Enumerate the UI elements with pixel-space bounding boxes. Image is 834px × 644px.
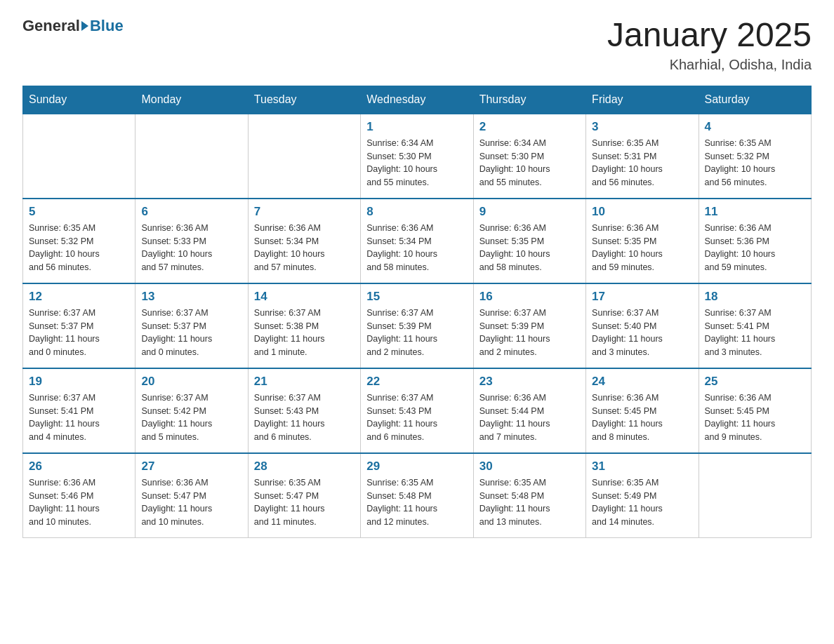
day-cell: 2Sunrise: 6:34 AM Sunset: 5:30 PM Daylig… [473, 114, 585, 199]
day-info: Sunrise: 6:36 AM Sunset: 5:36 PM Dayligh… [705, 222, 805, 274]
day-cell: 12Sunrise: 6:37 AM Sunset: 5:37 PM Dayli… [23, 283, 135, 368]
day-cell: 9Sunrise: 6:36 AM Sunset: 5:35 PM Daylig… [473, 199, 585, 283]
day-cell [699, 453, 811, 538]
day-number: 25 [705, 375, 805, 389]
day-cell: 29Sunrise: 6:35 AM Sunset: 5:48 PM Dayli… [361, 453, 473, 538]
logo-arrow-icon [81, 21, 88, 31]
day-number: 10 [592, 205, 692, 219]
month-title: January 2025 [607, 17, 812, 54]
day-info: Sunrise: 6:36 AM Sunset: 5:35 PM Dayligh… [479, 222, 580, 274]
day-info: Sunrise: 6:34 AM Sunset: 5:30 PM Dayligh… [366, 137, 467, 189]
day-cell: 5Sunrise: 6:35 AM Sunset: 5:32 PM Daylig… [23, 199, 135, 283]
day-number: 14 [254, 290, 355, 304]
day-number: 24 [592, 375, 692, 389]
day-number: 22 [366, 375, 467, 389]
day-info: Sunrise: 6:35 AM Sunset: 5:49 PM Dayligh… [592, 476, 692, 529]
day-number: 23 [479, 375, 580, 389]
day-info: Sunrise: 6:36 AM Sunset: 5:44 PM Dayligh… [479, 391, 580, 444]
day-number: 6 [141, 205, 241, 219]
day-cell: 13Sunrise: 6:37 AM Sunset: 5:37 PM Dayli… [135, 283, 248, 368]
day-info: Sunrise: 6:35 AM Sunset: 5:48 PM Dayligh… [366, 476, 467, 529]
day-number: 20 [141, 375, 241, 389]
location-label: Kharhial, Odisha, India [607, 57, 812, 73]
day-info: Sunrise: 6:35 AM Sunset: 5:47 PM Dayligh… [254, 476, 355, 529]
day-info: Sunrise: 6:35 AM Sunset: 5:32 PM Dayligh… [705, 137, 805, 189]
day-number: 16 [479, 290, 580, 304]
logo-blue-text: Blue [90, 17, 124, 35]
day-cell: 27Sunrise: 6:36 AM Sunset: 5:47 PM Dayli… [135, 453, 248, 538]
day-info: Sunrise: 6:36 AM Sunset: 5:33 PM Dayligh… [141, 222, 241, 274]
day-number: 7 [254, 205, 355, 219]
day-info: Sunrise: 6:37 AM Sunset: 5:41 PM Dayligh… [705, 307, 805, 359]
day-info: Sunrise: 6:36 AM Sunset: 5:34 PM Dayligh… [366, 222, 467, 274]
day-info: Sunrise: 6:36 AM Sunset: 5:34 PM Dayligh… [254, 222, 355, 274]
column-header-friday: Friday [586, 86, 699, 114]
column-header-monday: Monday [135, 86, 248, 114]
day-cell: 24Sunrise: 6:36 AM Sunset: 5:45 PM Dayli… [586, 368, 699, 453]
day-number: 11 [705, 205, 805, 219]
day-cell: 31Sunrise: 6:35 AM Sunset: 5:49 PM Dayli… [586, 453, 699, 538]
week-row-2: 5Sunrise: 6:35 AM Sunset: 5:32 PM Daylig… [23, 199, 812, 283]
day-info: Sunrise: 6:36 AM Sunset: 5:45 PM Dayligh… [705, 391, 805, 444]
day-info: Sunrise: 6:36 AM Sunset: 5:35 PM Dayligh… [592, 222, 692, 274]
day-info: Sunrise: 6:37 AM Sunset: 5:41 PM Dayligh… [29, 391, 129, 444]
day-number: 19 [29, 375, 129, 389]
column-header-thursday: Thursday [473, 86, 585, 114]
day-number: 2 [479, 120, 580, 134]
day-info: Sunrise: 6:37 AM Sunset: 5:39 PM Dayligh… [366, 307, 467, 359]
day-number: 15 [366, 290, 467, 304]
day-cell: 16Sunrise: 6:37 AM Sunset: 5:39 PM Dayli… [473, 283, 585, 368]
column-header-tuesday: Tuesday [248, 86, 360, 114]
column-header-saturday: Saturday [699, 86, 811, 114]
day-cell: 17Sunrise: 6:37 AM Sunset: 5:40 PM Dayli… [586, 283, 699, 368]
day-cell: 30Sunrise: 6:35 AM Sunset: 5:48 PM Dayli… [473, 453, 585, 538]
day-cell: 7Sunrise: 6:36 AM Sunset: 5:34 PM Daylig… [248, 199, 360, 283]
day-number: 26 [29, 459, 129, 474]
day-number: 8 [366, 205, 467, 219]
day-number: 29 [366, 459, 467, 474]
day-number: 5 [29, 205, 129, 219]
day-number: 21 [254, 375, 355, 389]
day-cell: 4Sunrise: 6:35 AM Sunset: 5:32 PM Daylig… [699, 114, 811, 199]
column-header-sunday: Sunday [23, 86, 135, 114]
day-cell: 8Sunrise: 6:36 AM Sunset: 5:34 PM Daylig… [361, 199, 473, 283]
calendar-table: SundayMondayTuesdayWednesdayThursdayFrid… [22, 86, 812, 538]
day-cell: 26Sunrise: 6:36 AM Sunset: 5:46 PM Dayli… [23, 453, 135, 538]
day-info: Sunrise: 6:36 AM Sunset: 5:46 PM Dayligh… [29, 476, 129, 529]
day-cell: 19Sunrise: 6:37 AM Sunset: 5:41 PM Dayli… [23, 368, 135, 453]
day-info: Sunrise: 6:34 AM Sunset: 5:30 PM Dayligh… [479, 137, 580, 189]
day-info: Sunrise: 6:37 AM Sunset: 5:39 PM Dayligh… [479, 307, 580, 359]
day-number: 9 [479, 205, 580, 219]
day-cell [135, 114, 248, 199]
day-cell [248, 114, 360, 199]
day-number: 18 [705, 290, 805, 304]
day-cell: 1Sunrise: 6:34 AM Sunset: 5:30 PM Daylig… [361, 114, 473, 199]
header-row: SundayMondayTuesdayWednesdayThursdayFrid… [23, 86, 812, 114]
day-cell: 15Sunrise: 6:37 AM Sunset: 5:39 PM Dayli… [361, 283, 473, 368]
day-cell: 22Sunrise: 6:37 AM Sunset: 5:43 PM Dayli… [361, 368, 473, 453]
day-number: 31 [592, 459, 692, 474]
week-row-1: 1Sunrise: 6:34 AM Sunset: 5:30 PM Daylig… [23, 114, 812, 199]
day-cell: 28Sunrise: 6:35 AM Sunset: 5:47 PM Dayli… [248, 453, 360, 538]
day-info: Sunrise: 6:36 AM Sunset: 5:47 PM Dayligh… [141, 476, 241, 529]
day-info: Sunrise: 6:37 AM Sunset: 5:42 PM Dayligh… [141, 391, 241, 444]
day-number: 12 [29, 290, 129, 304]
day-cell: 10Sunrise: 6:36 AM Sunset: 5:35 PM Dayli… [586, 199, 699, 283]
logo: General Blue [22, 17, 124, 35]
day-info: Sunrise: 6:35 AM Sunset: 5:48 PM Dayligh… [479, 476, 580, 529]
column-header-wednesday: Wednesday [361, 86, 473, 114]
week-row-5: 26Sunrise: 6:36 AM Sunset: 5:46 PM Dayli… [23, 453, 812, 538]
day-info: Sunrise: 6:37 AM Sunset: 5:37 PM Dayligh… [29, 307, 129, 359]
day-info: Sunrise: 6:35 AM Sunset: 5:32 PM Dayligh… [29, 222, 129, 274]
day-info: Sunrise: 6:35 AM Sunset: 5:31 PM Dayligh… [592, 137, 692, 189]
day-info: Sunrise: 6:37 AM Sunset: 5:37 PM Dayligh… [141, 307, 241, 359]
day-number: 28 [254, 459, 355, 474]
day-number: 1 [366, 120, 467, 134]
day-cell: 21Sunrise: 6:37 AM Sunset: 5:43 PM Dayli… [248, 368, 360, 453]
day-cell: 18Sunrise: 6:37 AM Sunset: 5:41 PM Dayli… [699, 283, 811, 368]
day-number: 13 [141, 290, 241, 304]
day-number: 30 [479, 459, 580, 474]
logo-general-text: General [22, 17, 80, 35]
day-cell: 3Sunrise: 6:35 AM Sunset: 5:31 PM Daylig… [586, 114, 699, 199]
day-number: 17 [592, 290, 692, 304]
